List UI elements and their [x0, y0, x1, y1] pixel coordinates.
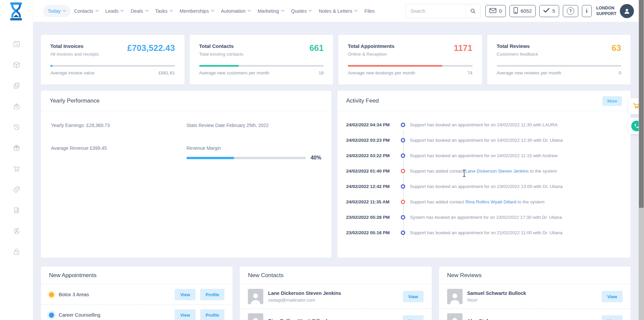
sms-count: 6052: [521, 8, 532, 14]
activity-time: 24/02/2022 12:42 PM: [346, 184, 397, 189]
service-dot-icon: [49, 313, 54, 318]
panel-title: Activity Feed: [346, 98, 379, 104]
report-icon[interactable]: [13, 206, 20, 214]
activity-contact-link[interactable]: Lane Dickerson Steven Jenkins: [465, 169, 529, 174]
activity-text: Support has booked an appointment for on…: [410, 122, 557, 127]
nav-item-tasks[interactable]: Tasks: [152, 8, 176, 14]
search-box: [406, 4, 481, 18]
stats-review-date: Stats Review Date February 25th, 2022: [186, 123, 321, 128]
activity-item: 24/02/2022 12:42 PM Support has booked a…: [346, 179, 622, 194]
activity-text: Support has booked an appointment for on…: [410, 230, 562, 235]
activity-item: 24/02/2022 03:22 PM Support has booked a…: [346, 148, 622, 163]
cart-icon[interactable]: [13, 165, 20, 173]
lock-icon[interactable]: [13, 248, 20, 256]
chevron-down-icon: [211, 10, 214, 12]
user-sync-icon[interactable]: [13, 227, 20, 235]
view-button[interactable]: View: [602, 315, 623, 320]
gift-icon[interactable]: [13, 144, 20, 152]
dashboard: Total Invoices All invoices and receipts…: [33, 22, 639, 320]
profile-button[interactable]: Profile: [200, 289, 224, 300]
nav-item-leads[interactable]: Leads: [102, 8, 127, 14]
stat-footer-value: 0: [619, 70, 621, 75]
chevron-down-icon: [354, 10, 358, 12]
activity-text: Support has added contact: [410, 169, 465, 174]
nav-item-deals[interactable]: Deals: [127, 8, 152, 14]
chevron-down-icon: [145, 10, 149, 12]
revenue-margin-fill: [186, 157, 234, 159]
header-badges: 0 6052 5 ? i: [485, 5, 592, 17]
search-input[interactable]: [406, 8, 465, 14]
activity-dot-icon: [401, 200, 405, 204]
view-button[interactable]: View: [175, 289, 196, 300]
tasks-button[interactable]: 5: [539, 5, 559, 17]
calendar-icon[interactable]: 12: [13, 40, 20, 48]
activity-text-suffix: to the system: [516, 199, 544, 204]
copy-icon[interactable]: [13, 82, 20, 89]
bag-icon[interactable]: [13, 103, 20, 110]
nav-item-quotes[interactable]: Quotes: [288, 8, 316, 14]
chevron-down-icon: [63, 10, 66, 12]
activity-time: 23/02/2022 05:28 PM: [346, 215, 397, 220]
activity-time: 23/02/2022 05:16 PM: [346, 230, 397, 235]
view-button[interactable]: View: [175, 309, 196, 320]
price-tag-icon[interactable]: $: [13, 186, 20, 193]
activity-feed-panel: Activity Feed More 24/02/2022 04:34 PM S…: [337, 91, 631, 258]
info-button[interactable]: i: [582, 5, 592, 17]
nav-item-notes-letters[interactable]: Notes & Letters: [315, 8, 361, 14]
view-button[interactable]: View: [602, 291, 623, 302]
panel-title: New Reviews: [447, 272, 482, 279]
stat-value: 63: [612, 43, 621, 53]
nav-item-marketing[interactable]: Marketing: [254, 8, 288, 14]
help-button[interactable]: ?: [563, 5, 578, 17]
appointment-service: Career Counselling: [59, 312, 170, 318]
activity-dot-icon: [401, 138, 405, 142]
tasks-count: 5: [552, 8, 555, 14]
svg-text:$: $: [15, 188, 17, 191]
activity-time: 24/02/2022 03:23 PM: [346, 138, 397, 143]
activity-item: 23/02/2022 05:16 PM Support has booked a…: [346, 225, 622, 240]
review-row: Samuel Schwartz Bullock Nice! View: [439, 284, 631, 309]
user-menu[interactable]: LONDON SUPPORT: [596, 4, 634, 18]
activity-text: Support has added contact: [410, 199, 465, 204]
activity-contact-link[interactable]: Rina Rollins Wyatt Dillard: [465, 199, 516, 204]
user-avatar-icon[interactable]: [620, 4, 634, 18]
chevron-down-icon: [248, 10, 251, 12]
chevron-down-icon: [309, 10, 312, 12]
average-revenue: Avarage Revenue £399.45: [51, 145, 186, 161]
header-right: 0 6052 5 ? i LONDON SUPPORT: [406, 4, 634, 18]
hourglass-logo-icon[interactable]: [7, 2, 25, 21]
nav-item-memberships[interactable]: Memberships: [176, 8, 218, 14]
activity-time: 24/02/2022 01:40 PM: [346, 169, 397, 174]
view-button[interactable]: View: [403, 291, 424, 302]
contact-email: zedagi@mailinator.com: [268, 298, 398, 303]
nav-item-contacts[interactable]: Contacts: [71, 8, 102, 14]
review-row: Alex Stefan View: [439, 309, 631, 320]
reviewer-name: Alex Stefan: [467, 318, 597, 320]
view-button[interactable]: View: [403, 315, 424, 320]
more-button[interactable]: More: [602, 96, 622, 106]
help-icon: ?: [567, 7, 574, 15]
stats-row: Total Invoices All invoices and receipts…: [41, 35, 631, 84]
appointment-row: Botox 3 Areas View Profile: [41, 284, 232, 305]
service-dot-icon: [49, 292, 54, 297]
nav-item-automation[interactable]: Automation: [218, 8, 254, 14]
messages-button[interactable]: 0: [485, 5, 506, 17]
sms-button[interactable]: 6052: [509, 5, 536, 17]
history-icon[interactable]: [13, 123, 20, 131]
profile-button[interactable]: Profile: [200, 309, 224, 320]
activity-item: 24/02/2022 01:40 PM Support has added co…: [346, 163, 622, 179]
activity-dot-icon: [401, 169, 405, 173]
reviewer-name: Samuel Schwartz Bullock: [467, 291, 597, 296]
stat-progress-fill: [199, 65, 239, 67]
scrollbar-thumb[interactable]: [639, 0, 644, 208]
search-icon[interactable]: [465, 4, 480, 18]
package-icon[interactable]: [13, 61, 20, 69]
activity-dot-icon: [401, 231, 405, 235]
nav-item-files[interactable]: Files: [361, 8, 378, 14]
nav-item-today[interactable]: Today: [43, 5, 71, 17]
stat-progress-fill: [50, 65, 53, 67]
chevron-down-icon: [170, 10, 173, 12]
yearly-performance-panel: Yearly Performance Yearly Earnings: £28,…: [41, 91, 331, 258]
check-icon: [543, 8, 549, 14]
stat-footer-value: 18: [319, 70, 324, 75]
